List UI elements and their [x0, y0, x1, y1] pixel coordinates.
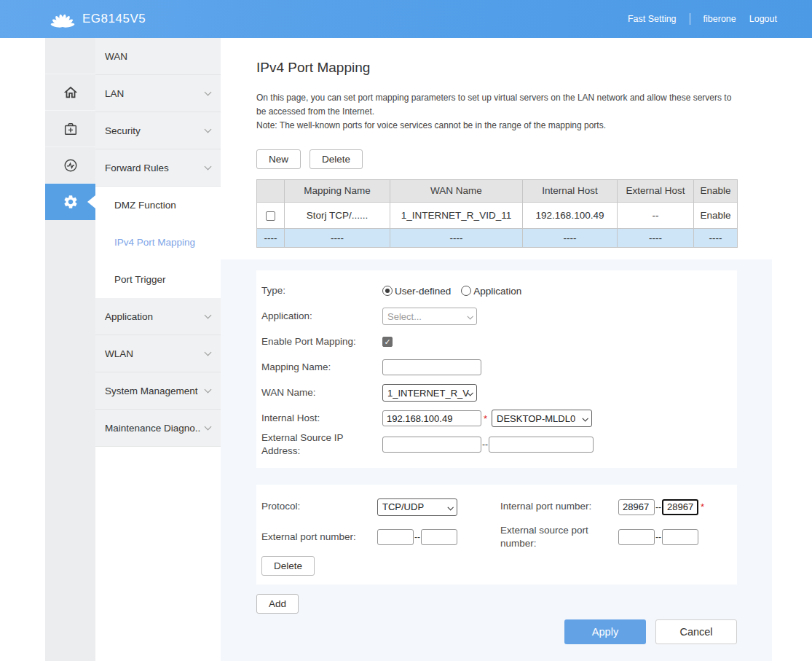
sidebar-item-port-trigger[interactable]: Port Trigger: [95, 261, 221, 298]
cell-external-host: --: [618, 202, 694, 228]
external-source-ip-label: External Source IP Address:: [261, 431, 382, 458]
sidebar-item-label: Port Trigger: [114, 274, 166, 285]
huawei-logo-icon: [50, 8, 76, 31]
rail-item-settings[interactable]: [45, 184, 95, 220]
sidebar-item-label: DMZ Function: [114, 200, 176, 211]
enable-port-mapping-checkbox[interactable]: ✓: [382, 337, 393, 347]
sidebar-item-label: WLAN: [105, 348, 133, 359]
sidebar-item-maintenance-diagnosis[interactable]: Maintenance Diagno..: [95, 410, 221, 447]
account-link[interactable]: fiberone: [703, 14, 736, 24]
col-internal-host: Internal Host: [523, 179, 618, 202]
sidebar-item-label: Forward Rules: [105, 163, 169, 173]
header-links: Fast Setting fiberone Logout: [628, 13, 777, 25]
add-button[interactable]: Add: [256, 594, 299, 614]
wan-name-label: WAN Name:: [261, 386, 382, 399]
sidebar-item-system-management[interactable]: System Management: [95, 372, 221, 410]
sidebar-item-label: IPv4 Port Mapping: [114, 237, 195, 248]
col-select: [257, 179, 285, 202]
add-row: Add: [256, 585, 772, 614]
protocol-card: Protocol: TCP/UDP Internal port number: …: [256, 485, 737, 584]
sidebar-item-ipv4-port-mapping[interactable]: IPv4 Port Mapping: [95, 224, 221, 261]
radio-application[interactable]: Application: [461, 286, 521, 297]
chevron-down-icon: [205, 88, 212, 95]
table-row: Storj TCP/...... 1_INTERNET_R_VID_11 192…: [257, 202, 738, 228]
sidebar-item-label: Security: [105, 125, 141, 136]
sidebar-item-application[interactable]: Application: [95, 298, 221, 335]
new-button[interactable]: New: [256, 149, 301, 169]
external-source-port-label: External source port number:: [500, 524, 618, 550]
sidebar-item-lan[interactable]: LAN: [95, 75, 221, 112]
external-source-ip-to-input[interactable]: [489, 437, 594, 453]
delete-button[interactable]: Delete: [310, 149, 363, 169]
external-source-ip-row: External Source IP Address: --: [261, 431, 737, 458]
internal-port-label: Internal port number:: [500, 500, 618, 513]
internal-port-from-input[interactable]: [618, 499, 655, 515]
protocol-row: Protocol: TCP/UDP: [261, 494, 500, 520]
external-port-to-input[interactable]: [421, 529, 457, 545]
cancel-button[interactable]: Cancel: [655, 619, 737, 644]
chevron-down-icon: [205, 423, 212, 430]
external-port-from-input[interactable]: [377, 529, 414, 545]
col-external-host: External Host: [618, 179, 694, 202]
chevron-down-icon: [205, 386, 212, 393]
rail-filler: [45, 220, 95, 661]
logout-link[interactable]: Logout: [749, 14, 777, 24]
internal-host-device-select[interactable]: DESKTOP-MLDL0: [492, 410, 592, 427]
diagnostics-icon: [63, 157, 79, 173]
rail-item-add-service[interactable]: [45, 111, 95, 147]
internal-host-label: Internal Host:: [261, 412, 382, 425]
right-page-margin: [772, 38, 812, 661]
cell-mapping-name: Storj TCP/......: [285, 202, 390, 228]
cell-placeholder: ----: [257, 228, 285, 247]
fast-setting-link[interactable]: Fast Setting: [628, 14, 677, 24]
sidebar-item-dmz-function[interactable]: DMZ Function: [95, 187, 221, 224]
table-header-row: Mapping Name WAN Name Internal Host Exte…: [257, 179, 738, 202]
wan-name-select[interactable]: 1_INTERNET_R_V: [382, 384, 477, 402]
mapping-form-card: Type: User-defined Application: [256, 270, 737, 468]
external-source-ip-from-input[interactable]: [382, 437, 481, 453]
apply-button[interactable]: Apply: [564, 619, 646, 644]
chevron-down-icon: [467, 313, 473, 319]
form-actions: Apply Cancel: [256, 619, 737, 644]
radio-user-defined[interactable]: User-defined: [382, 286, 451, 297]
rail-item-home[interactable]: [45, 74, 95, 111]
rail-item-diagnostics[interactable]: [45, 147, 95, 184]
cell-placeholder: ----: [390, 228, 523, 247]
external-source-port-to-input[interactable]: [662, 529, 698, 545]
wan-name-row: WAN Name: 1_INTERNET_R_V: [261, 380, 737, 406]
menu-filler: [95, 447, 221, 661]
sidebar-item-wan[interactable]: WAN: [95, 38, 221, 75]
mapping-name-input[interactable]: [382, 359, 481, 375]
chevron-down-icon: [583, 415, 588, 421]
protocol-delete-button[interactable]: Delete: [261, 556, 315, 576]
protocol-select-value: TCP/UDP: [382, 501, 424, 512]
row-checkbox[interactable]: [266, 211, 275, 221]
cell-wan-name: 1_INTERNET_R_VID_11: [390, 202, 523, 228]
sidebar-item-label: Maintenance Diagno..: [105, 423, 200, 434]
sidebar-item-wlan[interactable]: WLAN: [95, 335, 221, 372]
protocol-select[interactable]: TCP/UDP: [377, 498, 457, 516]
cell-internal-host: 192.168.100.49: [523, 202, 618, 228]
external-source-port-from-input[interactable]: [618, 529, 655, 545]
radio-icon: [461, 286, 471, 296]
sidebar-item-label: WAN: [105, 51, 127, 62]
radio-label: User-defined: [395, 286, 451, 297]
application-select[interactable]: Select...: [382, 308, 477, 325]
internal-port-to-input[interactable]: [662, 499, 698, 515]
application-select-value: Select...: [387, 311, 422, 322]
required-asterisk: *: [701, 501, 704, 512]
radio-icon: [382, 286, 393, 296]
sidebar-item-security[interactable]: Security: [95, 112, 221, 149]
col-wan-name: WAN Name: [390, 179, 523, 202]
port-mapping-table: Mapping Name WAN Name Internal Host Exte…: [256, 179, 738, 248]
application-label: Application:: [261, 310, 382, 323]
sidebar-item-forward-rules[interactable]: Forward Rules: [95, 149, 221, 187]
protocol-label: Protocol:: [261, 500, 377, 513]
page-description: On this page, you can set port mapping p…: [256, 91, 737, 119]
left-page-margin: [0, 38, 45, 661]
type-label: Type:: [261, 284, 382, 297]
header-divider: [690, 13, 690, 25]
type-row: Type: User-defined Application: [261, 278, 737, 304]
internal-host-input[interactable]: [382, 410, 481, 426]
add-service-icon: [63, 121, 79, 137]
